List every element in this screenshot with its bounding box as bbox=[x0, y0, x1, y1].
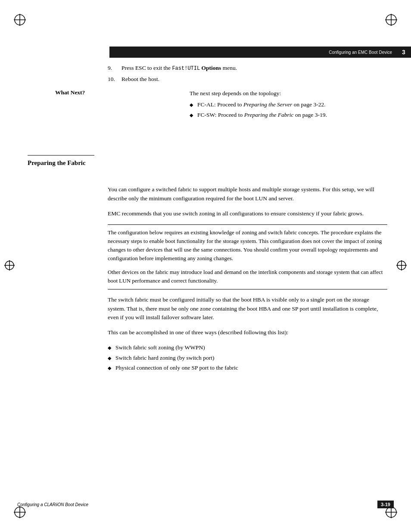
fabric-bullet-diamond-2: ◆ bbox=[108, 354, 115, 362]
fabric-bullet-diamond-1: ◆ bbox=[108, 343, 115, 352]
page: Configuring an EMC Boot Device 3 9. Pres… bbox=[0, 0, 411, 532]
note-para1: The configuration below requires an exis… bbox=[108, 228, 387, 263]
fabric-para4: This can be accomplished in one of three… bbox=[108, 328, 387, 337]
step-9-code: Fast!UTIL bbox=[172, 65, 200, 72]
fabric-bullet-text-1: Switch fabric soft zoning (by WWPN) bbox=[115, 343, 387, 352]
header-title-area: Configuring an EMC Boot Device bbox=[109, 47, 396, 58]
what-next-intro: The next step depends on the topology: bbox=[190, 89, 387, 98]
bullet-text-fc-sw: FC-SW: Proceed to Preparing the Fabric o… bbox=[197, 111, 387, 119]
step-9: 9. Press ESC to exit the Fast!UTIL Optio… bbox=[108, 64, 387, 72]
step-10: 10. Reboot the host. bbox=[108, 75, 387, 84]
sidebar-heading-text: Preparing the Fabric bbox=[28, 159, 107, 168]
bullet-text-fc-al: FC-AL: Proceed to Preparing the Server o… bbox=[197, 100, 387, 109]
what-next-content: The next step depends on the topology: ◆… bbox=[190, 89, 387, 121]
fabric-bullet-1: ◆ Switch fabric soft zoning (by WWPN) bbox=[108, 343, 387, 352]
header-title-text: Configuring an EMC Boot Device bbox=[329, 50, 392, 55]
side-mark-right bbox=[395, 259, 408, 273]
steps-section: 9. Press ESC to exit the Fast!UTIL Optio… bbox=[108, 64, 387, 129]
footer-page-number: 3-19 bbox=[377, 501, 394, 508]
header-chapter-box: 3 bbox=[396, 47, 411, 58]
fabric-bullet-3: ◆ Physical connection of only one SP por… bbox=[108, 364, 387, 372]
step-10-number: 10. bbox=[108, 75, 121, 84]
footer-bar: Configuring a CLARiiON Boot Device 3-19 bbox=[0, 501, 411, 508]
corner-mark-tl bbox=[12, 12, 28, 28]
what-next-section: What Next? The next step depends on the … bbox=[108, 89, 387, 121]
what-next-label-col: What Next? bbox=[108, 89, 190, 121]
corner-mark-tr bbox=[383, 12, 399, 28]
note-para2: Other devices on the fabric may introduc… bbox=[108, 268, 387, 285]
side-mark-left bbox=[3, 259, 16, 273]
bullet-diamond-2: ◆ bbox=[190, 111, 197, 119]
bullet-diamond-1: ◆ bbox=[190, 100, 197, 109]
step-9-text: Press ESC to exit the Fast!UTIL Options … bbox=[121, 64, 387, 72]
fabric-bullet-diamond-3: ◆ bbox=[108, 364, 115, 372]
fabric-content: You can configure a switched fabric to s… bbox=[108, 185, 387, 373]
fabric-bullet-text-2: Switch fabric hard zoning (by switch por… bbox=[115, 354, 387, 362]
sidebar-heading-area: Preparing the Fabric bbox=[28, 155, 107, 168]
fabric-bullets: ◆ Switch fabric soft zoning (by WWPN) ◆ … bbox=[108, 343, 387, 372]
step-9-number: 9. bbox=[108, 64, 121, 72]
fabric-para3: The switch fabric must be configured ini… bbox=[108, 296, 387, 323]
header-bar: Configuring an EMC Boot Device 3 bbox=[109, 47, 411, 58]
fabric-bullet-2: ◆ Switch fabric hard zoning (by switch p… bbox=[108, 354, 387, 362]
bullet-item-fc-al: ◆ FC-AL: Proceed to Preparing the Server… bbox=[190, 100, 387, 109]
step-10-text: Reboot the host. bbox=[121, 75, 387, 84]
fabric-para1: You can configure a switched fabric to s… bbox=[108, 185, 387, 203]
footer-left-text: Configuring a CLARiiON Boot Device bbox=[17, 502, 377, 507]
bullet-item-fc-sw: ◆ FC-SW: Proceed to Preparing the Fabric… bbox=[190, 111, 387, 119]
fabric-bullet-text-3: Physical connection of only one SP port … bbox=[115, 364, 387, 372]
what-next-bullets: ◆ FC-AL: Proceed to Preparing the Server… bbox=[190, 100, 387, 119]
fabric-note-box: The configuration below requires an exis… bbox=[108, 224, 387, 289]
what-next-label: What Next? bbox=[55, 89, 85, 96]
fabric-para2: EMC recommends that you use switch zonin… bbox=[108, 209, 387, 218]
sidebar-heading-line bbox=[28, 155, 94, 156]
